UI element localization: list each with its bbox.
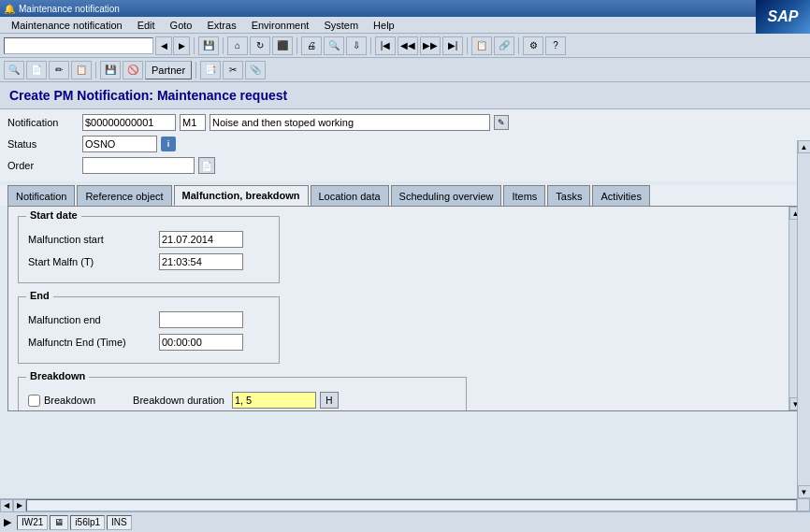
refresh-button[interactable]: ↻ xyxy=(250,36,270,55)
breakdown-unit-button[interactable]: H xyxy=(320,392,339,409)
notification-row: Notification ✎ xyxy=(7,113,803,132)
app-icon: 🔔 xyxy=(4,4,15,14)
app-btn-5[interactable]: 💾 xyxy=(100,61,121,79)
horizontal-scrollbar[interactable]: ◀ ▶ xyxy=(0,498,797,511)
find-next-button[interactable]: ⇩ xyxy=(346,36,367,55)
status-value: i xyxy=(82,136,176,152)
print-button[interactable]: 🖨 xyxy=(301,36,322,55)
next-page-button[interactable]: ▶▶ xyxy=(420,36,441,55)
first-page-button[interactable]: |◀ xyxy=(375,36,396,55)
form-area: Notification ✎ Status i Order 📄 xyxy=(0,109,810,181)
title-bar: 🔔 Maintenance notification _ □ × SAP xyxy=(0,0,810,17)
tabs-area: Notification Reference object Malfunctio… xyxy=(0,185,810,206)
tab-notification[interactable]: Notification xyxy=(7,185,75,206)
tab-malfunction-breakdown[interactable]: Malfunction, breakdown xyxy=(174,185,309,206)
tab-tasks[interactable]: Tasks xyxy=(547,185,590,206)
main-scrollbar-right[interactable]: ▲ ▼ xyxy=(797,140,810,498)
malfunction-start-row: Malfunction start xyxy=(28,230,269,249)
menu-extras[interactable]: Extras xyxy=(199,19,243,32)
menu-environment[interactable]: Environment xyxy=(244,19,317,32)
app-btn-1[interactable]: 🔍 xyxy=(4,61,24,79)
command-field[interactable] xyxy=(4,37,153,54)
tab-activities[interactable]: Activities xyxy=(592,185,649,206)
find-button[interactable]: 🔍 xyxy=(324,36,344,55)
menu-system[interactable]: System xyxy=(316,19,366,32)
notification-edit-icon[interactable]: ✎ xyxy=(494,115,509,130)
status-row: Status i xyxy=(7,135,803,153)
hscroll-track[interactable] xyxy=(26,499,797,511)
tab-scheduling-overview[interactable]: Scheduling overview xyxy=(391,185,502,206)
breakdown-title: Breakdown xyxy=(26,370,89,381)
breakdown-checkbox[interactable] xyxy=(28,395,40,407)
breakdown-duration-label: Breakdown duration xyxy=(133,395,224,406)
toolbar-2: 🔍 📄 ✏ 📋 💾 🚫 Partner 📑 ✂ 📎 xyxy=(0,58,810,82)
main-scroll-up-button[interactable]: ▲ xyxy=(798,140,811,153)
server-icon: 🖥 xyxy=(50,515,68,530)
start-malfn-input[interactable] xyxy=(159,253,243,270)
nav-back-button[interactable]: ◀ xyxy=(155,36,172,55)
last-page-button[interactable]: ▶| xyxy=(442,36,463,55)
malfunction-end-row: Malfunction end xyxy=(28,310,269,329)
status-label: Status xyxy=(7,138,82,150)
malfunction-start-input[interactable] xyxy=(159,231,243,248)
menu-goto[interactable]: Goto xyxy=(163,19,200,32)
main-scroll-down-button[interactable]: ▼ xyxy=(798,485,811,498)
order-input[interactable] xyxy=(82,157,195,174)
breakdown-duration-input[interactable] xyxy=(232,392,316,409)
tab-items[interactable]: Items xyxy=(503,185,545,206)
title-bar-text: Maintenance notification xyxy=(19,4,120,14)
nav-forward-button[interactable]: ▶ xyxy=(173,36,190,55)
app-btn-4[interactable]: 📋 xyxy=(71,61,92,79)
menu-help[interactable]: Help xyxy=(366,19,402,32)
scroll-left-button[interactable]: ◀ xyxy=(0,499,13,512)
start-malfn-label: Start Malfn (T) xyxy=(28,256,159,267)
notification-type-input[interactable] xyxy=(180,114,206,131)
breakdown-checkbox-label[interactable]: Breakdown xyxy=(28,395,95,407)
malfunction-end-input[interactable] xyxy=(159,311,243,328)
status-bar: ▶ IW21 🖥 i56lp1 INS xyxy=(0,511,810,532)
prev-page-button[interactable]: ◀◀ xyxy=(398,36,418,55)
tab-reference-object[interactable]: Reference object xyxy=(77,185,171,206)
menu-bar: Maintenance notification Edit Goto Extra… xyxy=(0,17,810,34)
notification-text-input[interactable] xyxy=(210,114,490,131)
save-button[interactable]: 💾 xyxy=(198,36,219,55)
app-btn-7[interactable]: 📑 xyxy=(200,61,221,79)
edit-mode: INS xyxy=(107,515,132,530)
stop-button[interactable]: ⬛ xyxy=(272,36,293,55)
menu-maintenance-notification[interactable]: Maintenance notification xyxy=(4,19,130,32)
help-button[interactable]: ? xyxy=(545,36,566,55)
end-title: End xyxy=(26,290,53,301)
malfunction-end-time-row: Malfunctn End (Time) xyxy=(28,333,269,352)
shortcut-button[interactable]: ⌂ xyxy=(227,36,248,55)
app-btn-3[interactable]: ✏ xyxy=(49,61,69,79)
order-row: Order 📄 xyxy=(7,156,803,175)
shortcut2-button[interactable]: 🔗 xyxy=(494,36,514,55)
customize-button[interactable]: ⚙ xyxy=(523,36,543,55)
order-doc-icon[interactable]: 📄 xyxy=(198,157,215,174)
tab-content-malfunction: Start date Malfunction start Start Malfn… xyxy=(7,206,803,411)
status-info-icon[interactable]: i xyxy=(161,137,176,151)
app-btn-2[interactable]: 📄 xyxy=(26,61,47,79)
toolbar-1: ◀ ▶ 💾 ⌂ ↻ ⬛ 🖨 🔍 ⇩ |◀ ◀◀ ▶▶ ▶| 📋 🔗 ⚙ ? xyxy=(0,34,810,58)
tabs-container: Notification Reference object Malfunctio… xyxy=(7,185,803,206)
section-breakdown: Breakdown Breakdown Breakdown duration H xyxy=(18,377,467,411)
app-btn-6[interactable]: 🚫 xyxy=(123,61,143,79)
tab-location-data[interactable]: Location data xyxy=(311,185,389,206)
section-end: End Malfunction end Malfunctn End (Time) xyxy=(18,296,280,364)
new-session-button[interactable]: 📋 xyxy=(471,36,492,55)
malfunction-end-time-input[interactable] xyxy=(159,334,243,351)
notification-number-input[interactable] xyxy=(82,114,176,131)
order-value: 📄 xyxy=(82,157,215,174)
partner-button[interactable]: Partner xyxy=(145,61,192,79)
page-title: Create PM Notification: Maintenance requ… xyxy=(0,82,810,109)
malfunction-start-label: Malfunction start xyxy=(28,234,159,245)
scroll-right-button[interactable]: ▶ xyxy=(13,499,26,512)
app-btn-9[interactable]: 📎 xyxy=(245,61,266,79)
menu-edit[interactable]: Edit xyxy=(130,19,163,32)
status-input[interactable] xyxy=(82,136,157,152)
start-date-title: Start date xyxy=(26,209,81,221)
start-date-content: Malfunction start Start Malfn (T) xyxy=(28,230,269,271)
status-arrow: ▶ xyxy=(4,516,11,528)
nav-arrows: ◀ ▶ xyxy=(155,36,190,55)
app-btn-8[interactable]: ✂ xyxy=(223,61,243,79)
